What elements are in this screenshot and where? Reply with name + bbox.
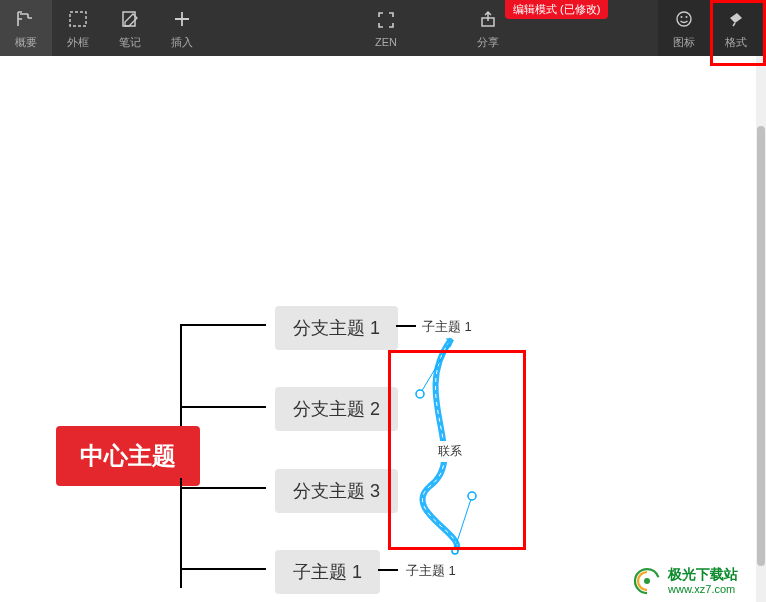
connector: [180, 568, 266, 570]
share-icon: [479, 7, 497, 31]
mode-tag: 编辑模式 (已修改): [505, 0, 608, 19]
connector: [180, 324, 182, 390]
smiley-icon: [675, 7, 693, 31]
toolbar-center-group: ZEN 分享: [360, 0, 514, 56]
note-button[interactable]: 笔记: [104, 0, 156, 56]
insert-label: 插入: [171, 35, 193, 50]
sub-topic-2[interactable]: 子主题 1: [402, 560, 460, 582]
note-icon: [120, 7, 140, 31]
plus-icon: [173, 7, 191, 31]
scrollbar-thumb[interactable]: [757, 126, 765, 566]
svg-point-10: [452, 548, 458, 554]
connector: [180, 487, 266, 489]
overview-label: 概要: [15, 35, 37, 50]
zen-button[interactable]: ZEN: [360, 0, 412, 56]
icon-button[interactable]: 图标: [658, 0, 710, 56]
connector: [180, 478, 182, 588]
watermark: 极光下载站 www.xz7.com: [632, 566, 738, 596]
branch-node-2[interactable]: 分支主题 2: [275, 387, 398, 431]
icon-btn-label: 图标: [673, 35, 695, 50]
mindmap-canvas[interactable]: 中心主题 分支主题 1 分支主题 2 分支主题 3 子主题 1 子主题 1 子主…: [0, 56, 756, 602]
insert-button[interactable]: 插入: [156, 0, 208, 56]
outline-label: 外框: [67, 35, 89, 50]
overview-icon: [16, 7, 36, 31]
format-button[interactable]: 格式: [710, 0, 762, 56]
svg-point-5: [686, 16, 688, 18]
branch-node-1[interactable]: 分支主题 1: [275, 306, 398, 350]
sub-topic-1[interactable]: 子主题 1: [418, 316, 476, 338]
toolbar-right-group: 图标 格式: [658, 0, 762, 56]
zen-label: ZEN: [375, 36, 397, 48]
outline-icon: [68, 7, 88, 31]
connector: [180, 324, 266, 326]
note-label: 笔记: [119, 35, 141, 50]
connector: [180, 406, 266, 408]
format-btn-label: 格式: [725, 35, 747, 50]
share-label: 分享: [477, 35, 499, 50]
watermark-logo-icon: [632, 566, 662, 596]
fullscreen-icon: [377, 8, 395, 32]
svg-line-8: [455, 496, 472, 548]
svg-point-4: [681, 16, 683, 18]
watermark-url: www.xz7.com: [668, 583, 738, 595]
svg-rect-0: [70, 12, 86, 26]
svg-point-7: [416, 390, 424, 398]
svg-point-9: [468, 492, 476, 500]
connector: [378, 569, 398, 571]
main-toolbar: 概要 外框 笔记 插入 ZEN: [0, 0, 766, 56]
connector: [396, 325, 416, 327]
svg-point-11: [644, 578, 650, 584]
overview-button[interactable]: 概要: [0, 0, 52, 56]
svg-point-3: [677, 12, 691, 26]
relationship-label[interactable]: 联系: [434, 441, 466, 462]
branch-node-3[interactable]: 分支主题 3: [275, 469, 398, 513]
toolbar-left-group: 概要 外框 笔记 插入: [0, 0, 208, 56]
branch-node-4[interactable]: 子主题 1: [275, 550, 380, 594]
outline-button[interactable]: 外框: [52, 0, 104, 56]
connector: [180, 390, 182, 426]
paint-icon: [727, 7, 745, 31]
vertical-scrollbar[interactable]: [756, 56, 766, 602]
center-topic[interactable]: 中心主题: [56, 426, 200, 486]
watermark-title: 极光下载站: [668, 567, 738, 582]
